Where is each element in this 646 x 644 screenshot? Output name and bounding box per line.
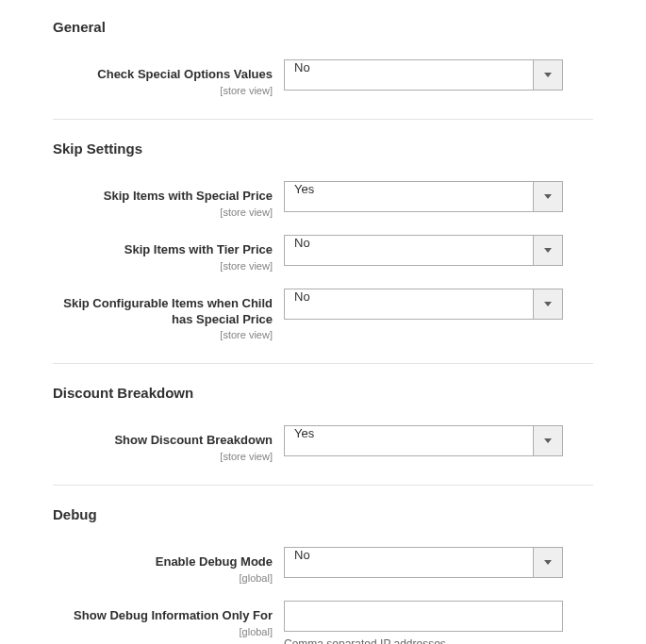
field-check-special-options: Check Special Options Values [store view…: [53, 59, 593, 96]
section-title-discount: Discount Breakdown: [53, 385, 593, 401]
scope-skip-tier-price: [store view]: [53, 260, 273, 272]
section-title-skip: Skip Settings: [53, 140, 593, 157]
help-debug-ips: Comma separated IP addresses: [284, 637, 593, 644]
field-show-breakdown: Show Discount Breakdown [store view] Yes: [53, 425, 593, 462]
scope-skip-config-child: [store view]: [53, 329, 273, 340]
scope-skip-special-price: [store view]: [53, 206, 273, 218]
section-title-debug: Debug: [53, 506, 593, 522]
select-show-breakdown[interactable]: Yes: [284, 425, 563, 456]
select-skip-config-child[interactable]: No: [284, 289, 563, 320]
input-debug-ips[interactable]: [284, 601, 563, 632]
field-debug-ips: Show Debug Information Only For [global]…: [53, 601, 593, 644]
label-skip-special-price: Skip Items with Special Price: [53, 189, 273, 205]
label-enable-debug: Enable Debug Mode: [53, 554, 273, 570]
scope-check-special-options: [store view]: [53, 85, 273, 96]
select-skip-special-price[interactable]: Yes: [284, 181, 563, 212]
select-check-special-options[interactable]: No: [284, 59, 563, 91]
scope-show-breakdown: [store view]: [53, 451, 273, 462]
select-skip-tier-price[interactable]: No: [284, 235, 563, 266]
scope-debug-ips: [global]: [53, 626, 273, 637]
label-skip-config-child: Skip Configurable Items when Child has S…: [53, 296, 273, 328]
label-show-breakdown: Show Discount Breakdown: [53, 433, 273, 449]
field-skip-tier-price: Skip Items with Tier Price [store view] …: [53, 235, 593, 272]
label-skip-tier-price: Skip Items with Tier Price: [53, 242, 273, 258]
field-enable-debug: Enable Debug Mode [global] No: [53, 547, 593, 584]
select-enable-debug[interactable]: No: [284, 547, 563, 578]
label-debug-ips: Show Debug Information Only For: [53, 608, 273, 624]
scope-enable-debug: [global]: [53, 572, 273, 584]
section-title-general: General: [53, 19, 593, 35]
field-skip-special-price: Skip Items with Special Price [store vie…: [53, 181, 593, 218]
field-skip-config-child: Skip Configurable Items when Child has S…: [53, 289, 593, 341]
label-check-special-options: Check Special Options Values: [53, 67, 273, 83]
